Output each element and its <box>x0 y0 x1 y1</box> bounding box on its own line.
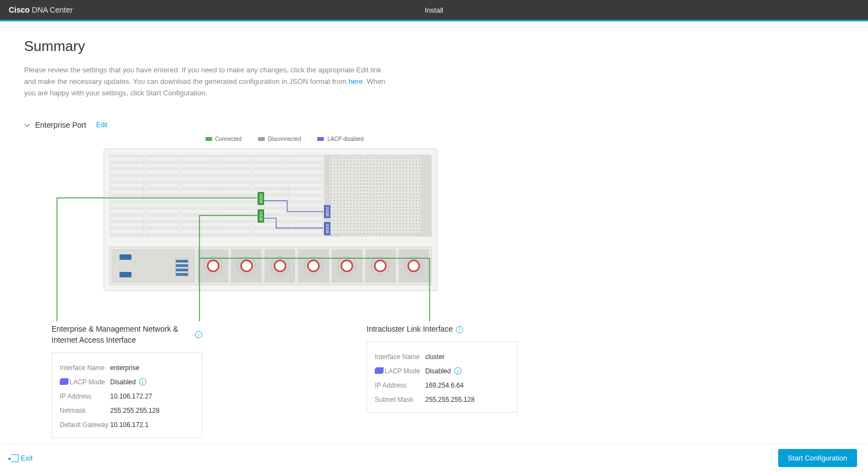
info-icon[interactable]: i <box>195 331 202 338</box>
exit-label: Exit <box>21 454 33 462</box>
legend-lacp-label: LACP disabled <box>327 136 363 142</box>
intracluster-box: Interface Name cluster LACP Mode Disable… <box>367 342 517 413</box>
brand: Cisco DNA Center <box>9 5 73 14</box>
usb-ports-icon <box>175 258 189 276</box>
app-header: Cisco DNA Center Install <box>0 0 868 20</box>
exit-button[interactable]: Exit <box>11 454 33 462</box>
content-area: Summary Please review the settings that … <box>0 21 868 443</box>
row-subnet-mask: Subnet Mask 255.255.255.128 <box>375 393 509 407</box>
page-description: Please review the settings that you have… <box>24 65 386 99</box>
bottom-bar <box>110 247 432 285</box>
lacp-icon <box>60 379 67 385</box>
fan-module <box>399 249 429 282</box>
disconnected-swatch-icon <box>258 137 265 141</box>
io-panel <box>112 249 195 282</box>
connected-swatch-icon <box>205 137 212 141</box>
header-title: Install <box>425 6 443 14</box>
exit-icon <box>11 454 19 462</box>
port-blue-1: 10GB <box>324 205 330 218</box>
brand-light: DNA Center <box>30 5 73 14</box>
footer: Exit Start Configuration <box>0 443 868 472</box>
brand-bold: Cisco <box>9 5 30 14</box>
row-interface-name: Interface Name cluster <box>375 350 509 364</box>
row-ip-address: IP Address 169.254.6.64 <box>375 378 509 393</box>
port-blue-2: 10GB <box>324 222 330 235</box>
lacp-swatch-icon <box>317 137 324 141</box>
port-green-1: 10GB <box>258 192 264 205</box>
fan-module <box>298 249 328 282</box>
enterprise-callout: Enterprise & Management Network & Intern… <box>52 324 202 437</box>
row-lacp-mode: LACP Mode Disabled i <box>60 375 194 389</box>
legend-connected: Connected <box>205 136 242 142</box>
diagram: 10GB 10GB 10GB 10GB <box>24 149 517 434</box>
chevron-down-icon <box>24 122 30 128</box>
callouts: Enterprise & Management Network & Intern… <box>24 324 517 437</box>
legend-connected-label: Connected <box>215 136 242 142</box>
info-icon[interactable]: i <box>456 326 463 333</box>
fan-module <box>332 249 362 282</box>
intracluster-callout: Intracluster Link Interface i Interface … <box>367 324 517 437</box>
row-ip-address: IP Address 10.106.172.27 <box>60 389 194 403</box>
fan-module <box>198 249 228 282</box>
row-default-gateway: Default Gateway 10.106.172.1 <box>60 418 194 432</box>
download-here-link[interactable]: here <box>349 77 363 86</box>
info-icon[interactable]: i <box>454 367 461 374</box>
row-lacp-mode: LACP Mode Disabled i <box>375 364 509 378</box>
legend: Connected Disconnected LACP disabled <box>79 136 490 142</box>
legend-lacp: LACP disabled <box>317 136 363 142</box>
info-icon[interactable]: i <box>139 378 146 385</box>
enterprise-callout-title: Enterprise & Management Network & Intern… <box>52 324 202 345</box>
enterprise-box: Interface Name enterprise LACP Mode Disa… <box>52 352 202 438</box>
legend-disconnected: Disconnected <box>258 136 301 142</box>
lacp-icon <box>375 368 382 374</box>
fan-module <box>231 249 261 282</box>
row-netmask: Netmask 255.255.255.128 <box>60 403 194 418</box>
section-header[interactable]: Enterprise Port Edit <box>24 121 844 129</box>
page-title: Summary <box>24 38 844 55</box>
section-title: Enterprise Port <box>35 121 86 129</box>
legend-disconnected-label: Disconnected <box>268 136 301 142</box>
edit-link[interactable]: Edit <box>96 121 107 129</box>
intracluster-callout-title: Intracluster Link Interface i <box>367 324 517 335</box>
port-green-2: 10GB <box>258 209 264 223</box>
desc-pre: Please review the settings that you have… <box>24 66 381 86</box>
fan-module <box>265 249 295 282</box>
chassis: 10GB 10GB 10GB 10GB <box>104 149 438 291</box>
row-interface-name: Interface Name enterprise <box>60 361 194 375</box>
mesh-panel <box>329 156 422 235</box>
fan-module <box>366 249 396 282</box>
start-configuration-button[interactable]: Start Configuration <box>778 449 857 467</box>
